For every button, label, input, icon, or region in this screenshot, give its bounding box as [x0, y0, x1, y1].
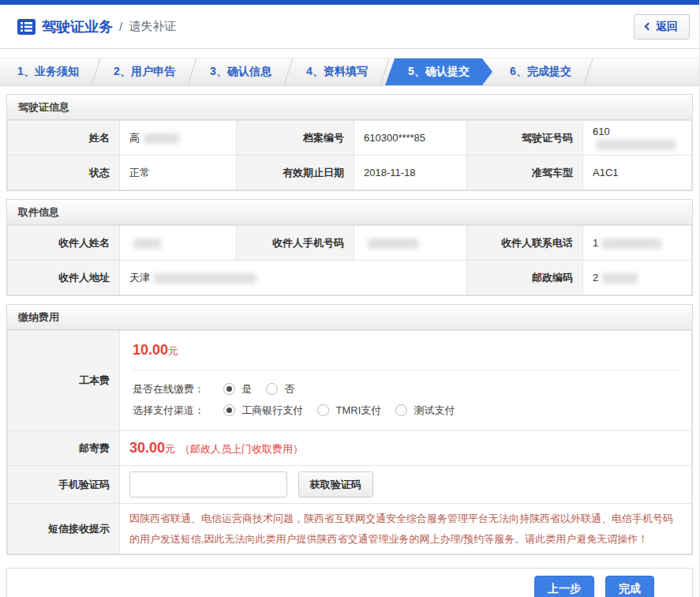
radio-channel-icbc[interactable]	[223, 404, 235, 416]
redacted-text	[368, 238, 419, 249]
step-label: 6、完成提交	[510, 65, 571, 79]
redacted-text	[154, 273, 256, 283]
online-payment-question: 是否在线缴费：	[133, 383, 204, 395]
field-label: 状态	[8, 156, 120, 190]
redacted-text	[144, 133, 179, 144]
production-fee-unit: 元	[168, 345, 178, 357]
page-subtitle: 遗失补证	[129, 19, 176, 34]
sms-code-input[interactable]	[129, 471, 287, 498]
footer-action-bar: 上一步 完成	[6, 568, 693, 597]
sms-notice-text: 因陕西省联通、电信运营商技术问题，陕西省互联网交通安全综合服务管理平台无法向持陕…	[129, 509, 691, 550]
section-title-pickup: 取件信息	[7, 200, 692, 225]
section-title-license: 驾驶证信息	[7, 95, 692, 120]
step-tab-5[interactable]: 5、确认提交	[385, 58, 492, 85]
field-label: 收件人姓名	[8, 226, 120, 261]
step-tab-1[interactable]: 1、业务须知	[0, 58, 96, 85]
field-label: 有效期止日期	[237, 156, 354, 190]
postage-fee-cell: 30.00元（邮政人员上门收取费用）	[120, 431, 692, 466]
section-title-fees: 缴纳费用	[7, 305, 692, 330]
sms-notice-cell: 因陕西省联通、电信运营商技术问题，陕西省互联网交通安全综合服务管理平台无法向持陕…	[120, 504, 692, 554]
info-grid: 姓名高档案编号610300****85驾驶证号码610状态正常有效期止日期201…	[7, 120, 692, 190]
redacted-text	[602, 273, 638, 283]
field-value: 610300****85	[354, 121, 467, 156]
field-value	[120, 226, 237, 261]
step-label: 5、确认提交	[408, 65, 470, 79]
finish-button[interactable]: 完成	[605, 576, 654, 597]
field-label: 邮政编码	[467, 261, 583, 295]
step-label: 2、用户申告	[114, 65, 175, 79]
radio-channel-icbc-label: 工商银行支付	[241, 404, 303, 416]
radio-online-no-label: 否	[285, 383, 295, 395]
get-code-button[interactable]: 获取验证码	[298, 471, 373, 498]
step-tab-2[interactable]: 2、用户申告	[96, 58, 193, 85]
fees-table: 工本费 10.00元 是否在线缴费： 是 否 选择支付渠道： 工商银行支付	[7, 330, 692, 554]
pickup-info-table: 收件人姓名收件人手机号码收件人联系电话1收件人地址天津邮政编码2	[7, 225, 692, 295]
step-label: 1、业务须知	[17, 65, 79, 79]
breadcrumb: 驾驶证业务 / 遗失补证	[17, 17, 634, 36]
redacted-text	[133, 238, 161, 249]
license-info-section: 驾驶证信息 姓名高档案编号610300****85驾驶证号码610状态正常有效期…	[6, 94, 693, 191]
back-button[interactable]: 返回	[634, 14, 690, 39]
info-grid: 收件人姓名收件人手机号码收件人联系电话1收件人地址天津邮政编码2	[7, 225, 692, 295]
field-value	[354, 226, 467, 261]
previous-step-button[interactable]: 上一步	[534, 576, 594, 597]
page-title: 驾驶证业务	[42, 17, 113, 36]
production-fee-value: 10.00	[133, 342, 168, 358]
field-value: 天津	[120, 261, 467, 295]
field-label-postage-fee: 邮寄费	[8, 431, 120, 466]
field-value: 正常	[120, 156, 237, 190]
field-label: 姓名	[8, 121, 120, 156]
chevron-left-icon	[645, 23, 653, 31]
step-label: 3、确认信息	[210, 65, 271, 79]
step-tab-6[interactable]: 6、完成提交	[492, 58, 589, 85]
field-label: 收件人手机号码	[237, 226, 354, 261]
back-button-label: 返回	[656, 20, 678, 34]
list-icon	[17, 19, 36, 35]
field-label: 收件人联系电话	[467, 226, 583, 261]
field-label-sms-notice: 短信接收提示	[8, 504, 120, 554]
breadcrumb-separator: /	[119, 20, 122, 33]
page-header: 驾驶证业务 / 遗失补证 返回	[0, 5, 699, 49]
field-value: 2018-11-18	[354, 156, 467, 190]
field-label-sms-code: 手机验证码	[8, 466, 120, 504]
postage-fee-note: （邮政人员上门收取费用）	[180, 443, 303, 455]
radio-channel-test-label: 测试支付	[414, 404, 455, 416]
field-value: 610	[583, 121, 692, 156]
step-label: 4、资料填写	[306, 65, 368, 79]
step-tab-3[interactable]: 3、确认信息	[193, 58, 289, 85]
payment-channel-row: 选择支付渠道： 工商银行支付 TMRI支付 测试支付	[133, 400, 679, 421]
step-tab-4[interactable]: 4、资料填写	[289, 58, 385, 85]
radio-online-no[interactable]	[266, 383, 278, 395]
payment-channel-question: 选择支付渠道：	[133, 404, 204, 416]
online-payment-row: 是否在线缴费： 是 否	[133, 378, 679, 400]
field-value: 2	[583, 261, 692, 295]
field-label-production-fee: 工本费	[8, 331, 120, 431]
field-label: 驾驶证号码	[467, 121, 583, 156]
fees-section: 缴纳费用 工本费 10.00元 是否在线缴费： 是 否 选择支付渠道：	[6, 304, 693, 555]
production-fee-cell: 10.00元 是否在线缴费： 是 否 选择支付渠道： 工商银行支付 TMRI支付	[120, 331, 692, 431]
field-value: 高	[120, 121, 237, 156]
step-bar: 1、业务须知2、用户申告3、确认信息4、资料填写5、确认提交6、完成提交	[0, 58, 699, 86]
postage-fee-value: 30.00	[129, 440, 165, 456]
redacted-text	[602, 238, 661, 249]
redacted-text	[597, 140, 676, 150]
production-fee-amount: 10.00元	[133, 340, 679, 370]
field-value: 1	[583, 226, 692, 261]
license-info-table: 姓名高档案编号610300****85驾驶证号码610状态正常有效期止日期201…	[7, 120, 692, 190]
radio-channel-tmri-label: TMRI支付	[336, 404, 382, 416]
radio-online-yes-label: 是	[241, 383, 252, 395]
radio-online-yes[interactable]	[223, 383, 235, 395]
field-label: 档案编号	[237, 121, 354, 156]
radio-channel-tmri[interactable]	[317, 404, 329, 416]
sms-code-cell: 获取验证码	[120, 466, 692, 504]
postage-fee-unit: 元	[165, 443, 175, 455]
field-label: 准驾车型	[467, 156, 583, 190]
field-value: A1C1	[583, 156, 692, 190]
radio-channel-test[interactable]	[395, 404, 407, 416]
pickup-info-section: 取件信息 收件人姓名收件人手机号码收件人联系电话1收件人地址天津邮政编码2	[6, 199, 693, 296]
field-label: 收件人地址	[8, 261, 120, 295]
